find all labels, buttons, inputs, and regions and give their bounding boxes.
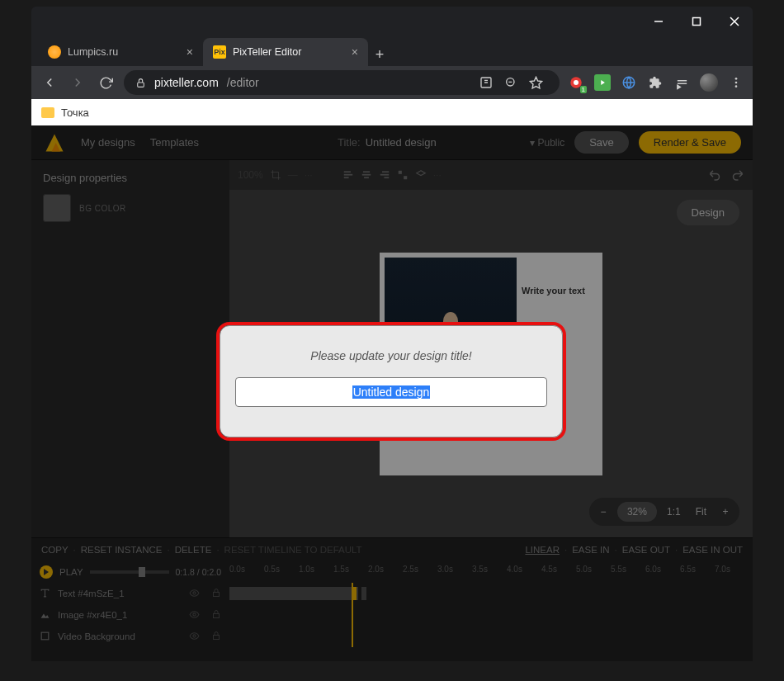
zoom-fit[interactable]: Fit [691,506,711,518]
align-left-icon[interactable] [342,169,354,181]
ruler-tick: 7.0s [715,565,730,574]
title-modal: Please update your design title! Untitle… [220,325,563,437]
extension-icon[interactable]: 1 [568,74,584,91]
ruler-tick: 6.5s [680,565,696,574]
align-center-icon[interactable] [361,169,372,181]
timeline-delete[interactable]: DELETE [175,545,212,555]
visibility-icon[interactable] [189,588,200,600]
timeline-reset-default[interactable]: RESET TIMELINE TO DEFAULT [224,545,362,555]
window-minimize-button[interactable] [647,10,670,33]
window-close-button[interactable] [723,10,746,33]
svg-rect-25 [363,171,370,173]
forward-button[interactable] [68,73,87,92]
folder-icon [41,107,54,118]
timeline-panel: COPY· RESET INSTANCE· DELETE· RESET TIME… [31,537,753,661]
timeline-ruler[interactable]: 0.0s0.5s1.0s1.5s2.0s2.5s3.0s3.5s4.0s4.5s… [229,561,753,583]
close-icon[interactable]: × [187,45,193,59]
svg-rect-1 [693,18,701,26]
translate-icon[interactable] [479,76,493,89]
design-title[interactable]: Untitled design [366,136,437,149]
ease-out[interactable]: EASE OUT [622,545,670,555]
ruler-tick: 1.0s [299,565,314,574]
url-host: pixteller.com [154,76,219,89]
design-mode-button[interactable]: Design [677,200,739,225]
title-label: Title: [338,136,361,149]
star-icon[interactable] [529,76,543,90]
redo-icon[interactable] [730,168,744,182]
media-icon[interactable] [673,74,690,91]
crop-icon[interactable] [270,169,281,181]
visibility-toggle[interactable]: ▾ Public [530,137,564,149]
scrubber[interactable] [90,570,169,574]
svg-point-19 [735,85,738,87]
reload-button[interactable] [96,73,116,92]
distribute-icon[interactable] [397,169,409,181]
text-icon [40,588,51,599]
ease-in-out[interactable]: EASE IN OUT [682,545,743,555]
ease-linear[interactable]: LINEAR [525,545,560,555]
back-button[interactable] [40,73,59,92]
nav-my-designs[interactable]: My designs [81,136,135,149]
menu-icon[interactable] [728,74,744,91]
zoom-percent[interactable]: 32% [617,502,657,522]
layer-name: Image #xr4E0_1 [58,610,127,620]
extension-icon[interactable] [621,74,637,91]
layer-name: Video Background [58,631,135,641]
bg-color-swatch[interactable] [43,194,71,222]
bookmark-item[interactable]: Точка [61,106,89,119]
lock-icon[interactable] [211,609,221,621]
window-maximize-button[interactable] [685,10,708,33]
close-icon[interactable]: × [352,45,358,59]
ruler-tick: 2.0s [368,565,384,574]
align-right-icon[interactable] [379,169,390,181]
pixteller-logo[interactable] [43,131,66,154]
play-label: PLAY [59,567,83,577]
zoom-icon[interactable] [504,76,517,89]
render-save-button[interactable]: Render & Save [639,131,741,154]
ruler-tick: 3.5s [472,565,488,574]
visibility-icon[interactable] [189,631,200,643]
svg-rect-24 [343,177,348,178]
tab-title: Lumpics.ru [68,46,118,58]
zoom-control: − 32% 1:1 Fit + [589,498,739,526]
svg-rect-32 [404,176,407,179]
ruler-tick: 5.0s [576,565,592,574]
address-bar[interactable]: pixteller.com/editor [124,70,560,95]
extensions-icon[interactable] [647,74,664,91]
timeline-layer[interactable]: Text #4mSzE_1 [31,583,753,604]
save-button[interactable]: Save [574,131,629,154]
bookmarks-bar: Точка [31,99,753,125]
zoom-in-button[interactable]: + [715,501,736,523]
time-display: 0:1.8 / 0:2.0 [176,567,221,577]
layers-icon[interactable] [415,169,427,181]
play-button[interactable] [40,565,53,579]
tab-pixteller[interactable]: Pix PixTeller Editor × [203,38,368,66]
svg-marker-33 [416,171,425,176]
zoom-value[interactable]: 100% [238,169,263,181]
keyframe[interactable] [229,587,353,600]
zoom-out-button[interactable]: − [593,501,614,523]
properties-sidebar: Design properties BG COLOR [31,160,229,537]
lock-icon[interactable] [211,631,221,642]
svg-rect-4 [138,82,144,86]
svg-rect-28 [382,171,389,173]
extension-icon[interactable] [594,74,611,91]
visibility-icon[interactable] [189,609,200,622]
ease-in[interactable]: EASE IN [572,545,609,555]
lock-icon[interactable] [211,588,221,599]
timeline-layer[interactable]: Image #xr4E0_1 [31,604,753,626]
zoom-ratio[interactable]: 1:1 [660,506,687,518]
nav-templates[interactable]: Templates [150,136,199,149]
title-input[interactable]: Untitled design [235,377,547,407]
sidebar-heading: Design properties [43,172,218,184]
timeline-copy[interactable]: COPY [41,545,68,555]
tab-lumpics[interactable]: Lumpics.ru × [38,38,203,66]
timeline-reset-instance[interactable]: RESET INSTANCE [81,545,163,555]
ruler-tick: 3.0s [437,565,453,574]
keyframe[interactable] [352,587,357,600]
profile-avatar[interactable] [700,73,718,92]
timeline-layer[interactable]: Video Background [31,626,753,647]
undo-icon[interactable] [708,168,723,182]
svg-rect-43 [214,636,220,640]
new-tab-button[interactable]: + [368,43,391,66]
